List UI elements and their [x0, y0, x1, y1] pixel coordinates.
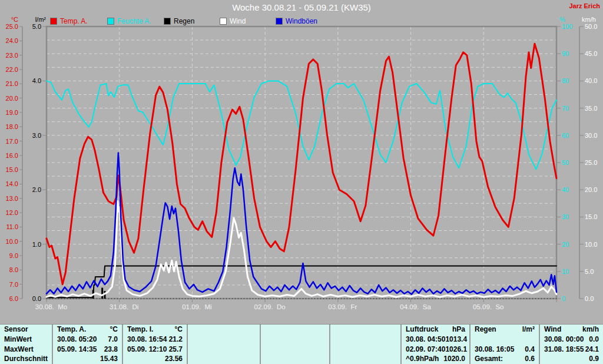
cell-value: 15.43 [100, 354, 118, 364]
cell-value: 7.0 [108, 335, 118, 345]
table-cell: Gesamt:0.6 [471, 354, 539, 364]
table-cell [188, 335, 260, 345]
cell-label: 30.08. 16:54 [127, 335, 167, 345]
cell-label: 30.08. 00:00 [544, 335, 584, 345]
cell-label: 30.08. 16:05 [475, 345, 514, 355]
cell-label: ^0.9hPa/h [406, 354, 439, 364]
table-column [260, 325, 329, 364]
cell-value: 1020.0 [443, 354, 465, 364]
table-cell [330, 345, 400, 355]
cell-label: 02.09. 07:40 [406, 345, 445, 355]
svg-text:5.0: 5.0 [585, 268, 594, 275]
table-cell [188, 345, 260, 355]
table-cell: Sensor [0, 325, 52, 335]
cell-value: 1013.4 [445, 335, 467, 345]
table-cell [330, 325, 400, 335]
cell-value: 1026.1 [445, 345, 467, 355]
table-cell: 30.08. 05:207.0 [53, 335, 122, 345]
cell-label: 05.09. 14:35 [57, 345, 97, 355]
svg-text:17.0: 17.0 [6, 138, 18, 145]
table-column [329, 325, 400, 364]
axis-l/m²: 5.04.03.02.01.00.0 [32, 23, 47, 302]
svg-text:04.09. Sa: 04.09. Sa [400, 303, 431, 310]
svg-text:15.0: 15.0 [585, 213, 597, 220]
svg-text:8.0: 8.0 [9, 266, 18, 273]
svg-text:16.0: 16.0 [6, 152, 18, 159]
table-cell: LuftdruckhPa [402, 325, 469, 335]
cell-value: hPa [452, 325, 465, 335]
cell-label: MaxWert [4, 345, 34, 355]
svg-text:50.0: 50.0 [585, 23, 597, 30]
cell-value: l/m² [522, 325, 535, 335]
cell-label: Temp. I. [127, 325, 153, 335]
svg-text:25.0: 25.0 [6, 23, 18, 30]
table-cell [261, 335, 329, 345]
cell-value: 0.9 [589, 354, 599, 364]
table-cell: MaxWert [0, 345, 52, 355]
svg-text:70: 70 [562, 105, 569, 112]
cell-label: 05.09. 12:10 [127, 345, 167, 355]
table-cell: 30.08. 16:5421.2 [123, 335, 187, 345]
cell-label: Wind [544, 325, 561, 335]
svg-text:40: 40 [562, 186, 569, 193]
svg-text:10.0: 10.0 [585, 241, 597, 248]
cell-label: Temp. A. [57, 325, 86, 335]
cell-value: 0.4 [525, 345, 535, 355]
cell-value: °C [110, 325, 118, 335]
cell-label: 30.08. 05:20 [57, 335, 97, 345]
svg-text:6.0: 6.0 [9, 295, 18, 302]
svg-text:23.0: 23.0 [6, 52, 18, 59]
svg-text:25.0: 25.0 [585, 159, 597, 166]
svg-text:20.0: 20.0 [6, 95, 18, 102]
table-cell [261, 354, 329, 364]
svg-text:4.0: 4.0 [32, 77, 41, 84]
table-cell [261, 345, 329, 355]
svg-text:3.0: 3.0 [32, 132, 41, 139]
table-cell: 05.09. 14:3523.8 [53, 345, 122, 355]
svg-text:1.0: 1.0 [32, 241, 41, 248]
svg-text:14.0: 14.0 [6, 180, 18, 187]
table-cell [471, 335, 539, 345]
table-cell [188, 325, 260, 335]
cell-value: 21.2 [169, 335, 183, 345]
svg-text:20.0: 20.0 [585, 186, 597, 193]
sensor-summary-table: SensorMinWertMaxWertDurchschnittTemp. A.… [0, 324, 603, 364]
axis-km/h: 50.045.040.035.030.025.020.015.010.05.00… [579, 23, 597, 302]
table-column: LuftdruckhPa30.08. 04:501013.402.09. 07:… [400, 325, 469, 364]
svg-text:31.08. Di: 31.08. Di [110, 303, 138, 310]
svg-text:40.0: 40.0 [585, 77, 597, 84]
svg-text:12.0: 12.0 [6, 209, 18, 216]
cell-label: Luftdruck [406, 325, 438, 335]
table-cell: 02.09. 07:401026.1 [402, 345, 469, 355]
table-cell: 23.56 [123, 354, 187, 364]
svg-text:45.0: 45.0 [585, 50, 597, 57]
table-cell: 30.08. 04:501013.4 [402, 335, 469, 345]
cell-value: °C [175, 325, 183, 335]
table-column: Regenl/m²30.08. 16:050.4Gesamt:0.6 [469, 325, 539, 364]
svg-text:7.0: 7.0 [9, 281, 18, 288]
svg-text:22.0: 22.0 [6, 66, 18, 73]
table-cell: Regenl/m² [471, 325, 539, 335]
table-cell: MinWert [0, 335, 52, 345]
svg-text:60: 60 [562, 132, 569, 139]
svg-text:02.09. Do: 02.09. Do [254, 303, 286, 310]
svg-text:5.0: 5.0 [32, 23, 41, 30]
table-cell [261, 325, 329, 335]
svg-text:0.0: 0.0 [32, 295, 41, 302]
table-column: SensorMinWertMaxWertDurchschnitt [0, 325, 52, 364]
cell-value: 0.0 [589, 335, 599, 345]
weather-app-window: Woche 30.08.21 - 05.09.21 (KW35) Jarz Er… [0, 0, 603, 364]
axis-%: 1009080706050403020100 [556, 23, 572, 302]
svg-text:18.0: 18.0 [6, 123, 18, 130]
svg-text:03.09. Fr: 03.09. Fr [328, 303, 357, 310]
svg-text:0.0: 0.0 [585, 295, 594, 302]
svg-text:15.0: 15.0 [6, 166, 18, 173]
cell-label: 30.08. 04:50 [406, 335, 445, 345]
svg-text:80: 80 [562, 77, 569, 84]
svg-text:10: 10 [562, 268, 569, 275]
x-axis-days: 30.08. Mo31.08. Di01.09. Mi02.09. Do03.0… [35, 299, 556, 310]
table-cell: 30.08. 00:000.0 [540, 335, 603, 345]
table-cell: 15.43 [53, 354, 122, 364]
svg-text:05.09. So: 05.09. So [473, 303, 503, 310]
weather-chart: 25.024.023.022.021.020.019.018.017.016.0… [0, 0, 603, 323]
